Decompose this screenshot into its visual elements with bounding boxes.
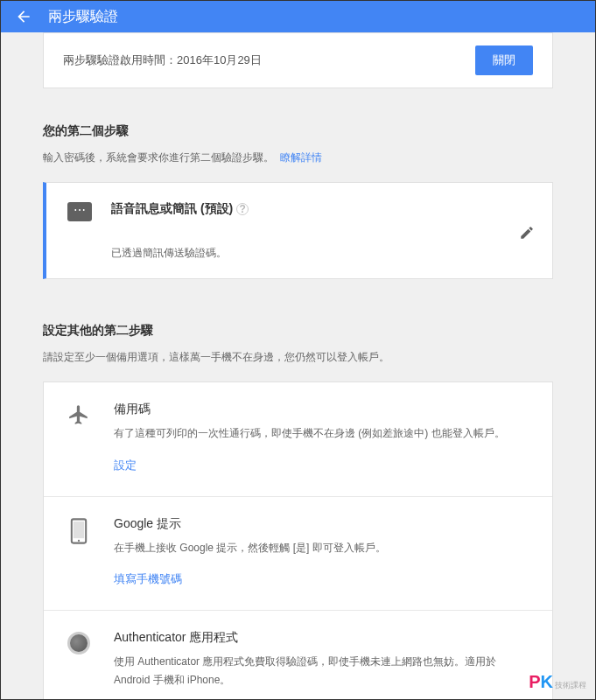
backup-codes-setup-link[interactable]: 設定 bbox=[114, 458, 137, 472]
edit-button[interactable] bbox=[519, 225, 535, 244]
backup-codes-card: 備用碼 有了這種可列印的一次性通行碼，即使手機不在身邊 (例如差旅途中) 也能登… bbox=[44, 382, 552, 496]
pencil-icon bbox=[519, 225, 535, 241]
status-card: 兩步驟驗證啟用時間：2016年10月29日 關閉 bbox=[43, 32, 553, 88]
svg-point-2 bbox=[78, 540, 80, 542]
alt-methods-group: 備用碼 有了這種可列印的一次性通行碼，即使手機不在身邊 (例如差旅途中) 也能登… bbox=[43, 382, 553, 699]
alt-section-desc: 請設定至少一個備用選項，這樣萬一手機不在身邊，您仍然可以登入帳戶。 bbox=[43, 349, 553, 366]
header-title: 兩步驟驗證 bbox=[48, 8, 118, 26]
help-icon[interactable]: ? bbox=[236, 203, 249, 215]
backup-codes-desc: 有了這種可列印的一次性通行碼，即使手機不在身邊 (例如差旅途中) 也能登入帳戶。 bbox=[114, 424, 531, 442]
authenticator-title: Authenticator 應用程式 bbox=[114, 630, 531, 646]
backup-codes-title: 備用碼 bbox=[114, 402, 531, 417]
alt-section-title: 設定其他的第二步驟 bbox=[43, 323, 553, 339]
primary-method-title: 語音訊息或簡訊 (預設) ? bbox=[111, 201, 249, 217]
authenticator-icon bbox=[67, 632, 90, 654]
google-prompt-card: Google 提示 在手機上接收 Google 提示，然後輕觸 [是] 即可登入… bbox=[44, 497, 552, 611]
phone-icon bbox=[70, 518, 88, 544]
second-step-desc-text: 輸入密碼後，系統會要求你進行第二個驗證步驟。 bbox=[43, 151, 274, 164]
airplane-icon bbox=[67, 403, 90, 426]
google-prompt-desc: 在手機上接收 Google 提示，然後輕觸 [是] 即可登入帳戶。 bbox=[114, 539, 531, 556]
authenticator-card: Authenticator 應用程式 使用 Authenticator 應用程式… bbox=[44, 611, 552, 699]
learn-more-link[interactable]: 瞭解詳情 bbox=[280, 151, 322, 164]
second-step-title: 您的第二個步驟 bbox=[43, 123, 553, 139]
google-prompt-phone-link[interactable]: 填寫手機號碼 bbox=[114, 572, 182, 585]
back-button[interactable] bbox=[13, 6, 34, 27]
primary-method-card: 語音訊息或簡訊 (預設) ? 已透過簡訊傳送驗證碼。 bbox=[43, 182, 553, 279]
sms-icon bbox=[67, 202, 92, 221]
watermark: PK技術課程 bbox=[529, 672, 586, 692]
second-step-desc: 輸入密碼後，系統會要求你進行第二個驗證步驟。 瞭解詳情 bbox=[43, 150, 553, 166]
content-area: 兩步驟驗證啟用時間：2016年10月29日 關閉 您的第二個步驟 輸入密碼後，系… bbox=[1, 32, 595, 699]
app-header: 兩步驟驗證 bbox=[1, 1, 595, 32]
google-prompt-title: Google 提示 bbox=[114, 516, 531, 532]
arrow-left-icon bbox=[15, 8, 32, 25]
authenticator-desc: 使用 Authenticator 應用程式免費取得驗證碼，即使手機未連上網路也無… bbox=[114, 653, 531, 689]
primary-method-status: 已透過簡訊傳送驗證碼。 bbox=[111, 246, 531, 261]
activation-date-text: 兩步驟驗證啟用時間：2016年10月29日 bbox=[63, 52, 262, 68]
svg-rect-1 bbox=[74, 522, 84, 538]
disable-button[interactable]: 關閉 bbox=[475, 46, 533, 75]
